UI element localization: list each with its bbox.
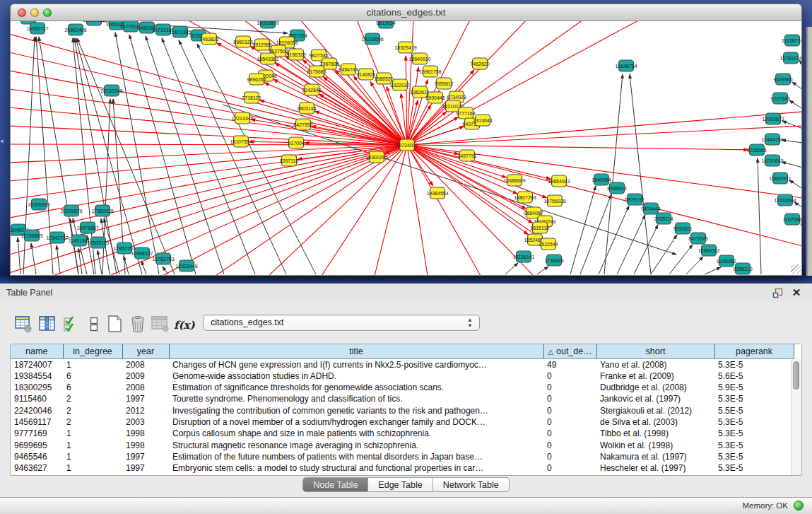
table-row[interactable]: 2242004622012Investigating the contribut… (11, 405, 794, 416)
network-node[interactable]: 9896262 (247, 74, 266, 85)
table-cell[interactable]: 18724007 (11, 358, 63, 370)
table-cell[interactable]: Estimation of significance thresholds fo… (169, 382, 543, 393)
network-graph[interactable]: 1872400720497515140557172089140616305557… (11, 21, 802, 276)
table-cell[interactable]: 9699695 (11, 440, 63, 451)
table-cell[interactable]: 0 (543, 393, 596, 404)
network-node[interactable]: 2935114 (654, 213, 673, 224)
table-cell[interactable]: Structural magnetic resonance image aver… (169, 440, 543, 451)
network-node[interactable]: 6879197 (625, 194, 644, 205)
window-titlebar[interactable]: citations_edges.txt (10, 4, 802, 21)
table-cell[interactable]: 0 (543, 416, 596, 428)
table-cell[interactable]: 5.3E-5 (714, 428, 794, 439)
table-cell[interactable]: 6 (63, 370, 122, 382)
column-header-pagerank[interactable]: pagerank (714, 344, 794, 358)
network-node[interactable]: 19218596 (361, 33, 383, 45)
network-node[interactable]: 26206595 (28, 199, 49, 210)
network-node[interactable]: 9474444 (641, 203, 660, 214)
select-checks-icon[interactable] (62, 314, 81, 334)
network-node[interactable]: 1640954 (592, 174, 611, 185)
network-node[interactable]: 917004 (288, 137, 304, 148)
rows-icon[interactable] (85, 314, 103, 334)
table-cell[interactable]: Embryonic stem cells: a model to study s… (169, 462, 543, 474)
table-cell[interactable]: 0 (543, 428, 596, 439)
table-cell[interactable]: Franke et al. (2009) (596, 370, 714, 382)
column-header-short[interactable]: short (596, 344, 714, 358)
network-node[interactable]: 16648784 (615, 60, 637, 71)
table-select-dropdown[interactable]: citations_edges.txt ▲▼ (203, 315, 480, 331)
delete-trash-icon[interactable] (129, 314, 147, 334)
table-cell[interactable]: Dudbridge et al. (2008) (596, 382, 714, 393)
table-cell[interactable]: 0 (543, 405, 596, 416)
network-node[interactable]: 20206576 (60, 205, 82, 216)
network-node[interactable]: 9146821 (356, 69, 375, 80)
table-cell[interactable]: Tibbo et al. (1998) (596, 428, 714, 439)
network-node[interactable]: 18640910 (408, 53, 430, 64)
table-cell[interactable]: 2 (63, 405, 122, 416)
splitter-collapse-icon[interactable]: ◂ (0, 136, 6, 146)
network-node[interactable]: 9245052 (717, 255, 736, 267)
network-node[interactable]: 18807293 (514, 192, 536, 203)
table-cell[interactable]: 18300295 (11, 382, 63, 393)
network-node[interactable]: 9175685 (307, 66, 326, 77)
table-cell[interactable]: 1 (63, 358, 122, 370)
table-cell[interactable]: 0 (543, 382, 596, 393)
table-row[interactable]: 946362711997Embryonic stem cells: a mode… (11, 462, 794, 474)
network-node[interactable]: 16210643 (761, 155, 783, 166)
float-panel-icon[interactable] (772, 288, 784, 299)
table-row[interactable]: 969969511998Structural magnetic resonanc… (11, 440, 794, 451)
table-row[interactable]: 1938455462009Genome-wide association stu… (11, 370, 794, 382)
column-header-name[interactable]: name (11, 344, 63, 358)
network-node[interactable]: 8267110 (280, 155, 299, 166)
new-column-icon[interactable] (106, 314, 124, 334)
delete-table-icon[interactable] (151, 314, 170, 334)
network-node[interactable]: 12342737 (46, 232, 68, 243)
table-cell[interactable]: Wolkin et al. (1998) (596, 440, 714, 451)
table-cell[interactable]: 5.3E-5 (714, 416, 794, 428)
network-node[interactable]: 16961758 (419, 66, 441, 77)
network-node[interactable]: 19654923 (548, 175, 570, 187)
table-cell[interactable]: 5.3E-5 (714, 358, 794, 370)
table-cell[interactable]: 9465546 (11, 451, 63, 462)
network-node[interactable]: 16033809 (257, 21, 278, 28)
network-node[interactable]: 15692971 (769, 173, 791, 184)
network-node[interactable]: 7955812 (434, 78, 453, 89)
window-resize-grip[interactable] (791, 264, 801, 274)
column-header-title[interactable]: title (169, 344, 543, 358)
tab-edge-table[interactable]: Edge Table (368, 477, 433, 492)
table-cell[interactable]: 2 (63, 393, 122, 404)
table-cell[interactable]: 1 (63, 462, 122, 474)
table-row[interactable]: 946554611997Estimation of the future num… (11, 451, 794, 462)
table-cell[interactable]: 6 (63, 382, 122, 393)
table-cell[interactable]: 2003 (122, 416, 169, 428)
network-node[interactable]: 8813054 (376, 21, 395, 28)
table-cell[interactable]: 1997 (122, 451, 169, 462)
network-node[interactable]: 8938923 (607, 182, 626, 194)
network-node[interactable]: 10975887 (76, 222, 98, 233)
network-node[interactable]: 16305557 (83, 21, 105, 25)
table-cell[interactable]: Nakamura et al. (1997) (596, 451, 714, 462)
memory-status-icon[interactable] (794, 501, 804, 510)
network-node[interactable]: 12444154 (761, 134, 783, 145)
network-node[interactable]: 12505115 (88, 237, 110, 248)
table-cell[interactable]: 2012 (122, 405, 169, 416)
network-node[interactable]: 8186328 (286, 49, 305, 60)
network-node[interactable]: 8471676 (688, 233, 707, 244)
table-row[interactable]: 1830029562008Estimation of significance … (11, 382, 794, 393)
network-node[interactable]: 18325419 (394, 42, 416, 53)
network-node[interactable]: 8215955 (747, 144, 766, 156)
column-header-out_de[interactable]: △out_de… (543, 344, 596, 358)
table-cell[interactable]: 2009 (122, 370, 169, 382)
table-row[interactable]: 977716911998Corpus callosum shape and si… (11, 428, 794, 439)
network-canvas[interactable]: 1872400720497515140557172089140616305557… (10, 21, 802, 276)
network-node[interactable]: 8427552 (293, 119, 312, 130)
table-cell[interactable]: Disruption of a novel member of a sodium… (169, 416, 543, 428)
network-node[interactable]: 7463822 (199, 33, 218, 45)
table-cell[interactable]: 1 (63, 451, 122, 462)
table-cell[interactable]: 5.3E-5 (714, 451, 794, 462)
network-node[interactable]: 1733426 (544, 255, 563, 266)
table-cell[interactable]: 5.6E-5 (714, 370, 794, 382)
network-node[interactable]: 2718120 (242, 92, 261, 103)
network-node[interactable]: 11128774 (782, 35, 802, 46)
network-node[interactable]: 17016504 (774, 194, 796, 206)
table-cell[interactable]: 0 (543, 451, 596, 462)
